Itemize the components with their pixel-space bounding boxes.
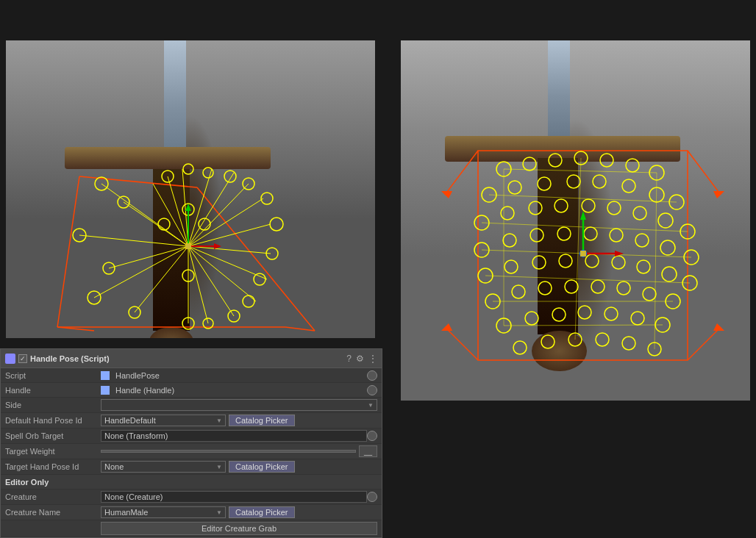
svg-point-98 [478,268,493,283]
svg-rect-56 [478,151,688,360]
side-row: Side ▼ [1,398,382,413]
svg-line-4 [197,187,315,331]
default-hand-pose-value: HandleDefault ▼ Catalog Picker [101,415,377,426]
svg-point-80 [474,215,489,230]
default-hand-pose-catalog-btn[interactable]: Catalog Picker [229,415,295,426]
script-row: Script HandlePose [1,368,382,383]
svg-point-42 [243,295,254,307]
menu-button[interactable]: ⋮ [368,354,377,364]
settings-button[interactable]: ⚙ [356,354,364,364]
script-target-picker[interactable] [367,370,377,381]
side-value[interactable]: ▼ [101,399,377,411]
svg-line-18 [188,184,249,246]
svg-line-19 [188,198,263,246]
svg-marker-63 [441,323,452,331]
svg-point-86 [633,207,646,220]
svg-marker-139 [580,211,586,220]
svg-point-122 [513,341,527,354]
svg-point-119 [605,307,618,320]
svg-line-25 [188,246,208,323]
creature-name-dropdown[interactable]: HumanMale ▼ [101,506,226,518]
creature-value: None (Creature) [101,491,367,503]
svg-point-31 [95,177,108,190]
svg-point-87 [658,213,673,228]
svg-point-84 [582,199,595,212]
right-scene-bg [401,40,750,401]
svg-point-120 [631,312,644,325]
target-hand-pose-arrow: ▼ [216,464,222,470]
target-weight-row: Target Weight __ [1,444,382,459]
svg-line-5 [285,327,315,331]
target-hand-pose-dropdown[interactable]: None ▼ [101,461,226,473]
sword-blade-right [548,40,570,151]
svg-point-76 [593,175,606,188]
creature-name-label: Creature Name [5,508,101,517]
enable-checkbox[interactable]: ✓ [18,354,27,363]
creature-name-catalog-btn[interactable]: Catalog Picker [229,506,295,518]
svg-point-99 [504,260,518,273]
svg-point-114 [666,294,680,309]
handle-value: Handle (Handle) [101,386,367,395]
default-hand-pose-row: Default Hand Pose Id HandleDefault ▼ Cat… [1,413,382,428]
sword-guard-left [65,147,271,169]
side-dropdown[interactable]: ▼ [101,399,377,411]
spell-orb-field-text: None (Transform) [104,431,168,440]
svg-point-89 [474,243,489,257]
default-hand-pose-dropdown-text: HandleDefault [104,416,156,425]
svg-point-97 [684,250,699,265]
sword-handle-left [153,169,190,331]
svg-line-134 [504,325,663,326]
svg-line-20 [188,224,271,246]
svg-point-107 [485,294,500,309]
component-icon [5,354,15,364]
default-hand-pose-arrow: ▼ [216,417,222,424]
svg-line-131 [482,250,691,257]
svg-point-118 [578,306,591,319]
script-value: HandlePose [101,371,367,380]
svg-line-128 [504,169,657,173]
creature-target-picker[interactable] [367,492,377,502]
svg-point-37 [243,178,254,190]
svg-point-88 [680,224,695,239]
svg-point-41 [254,273,265,285]
header-right-buttons: ? ⚙ ⋮ [346,354,377,364]
right-scene-viewport[interactable] [401,40,750,401]
creature-field: None (Creature) [101,491,367,503]
svg-line-129 [489,195,677,202]
grab-row: Editor Creature Grab [1,520,382,537]
help-button[interactable]: ? [346,354,352,364]
target-hand-pose-catalog-btn[interactable]: Catalog Picker [229,461,295,473]
svg-point-34 [103,262,115,274]
svg-point-111 [591,280,605,293]
svg-point-36 [129,306,140,318]
spell-orb-target-picker[interactable] [367,431,377,441]
handle-target-picker[interactable] [367,385,377,395]
svg-point-112 [617,281,630,295]
spell-orb-row: Spell Orb Target None (Transform) [1,428,382,444]
default-hand-pose-dropdown[interactable]: HandleDefault ▼ [101,415,226,426]
left-gizmo-overlay [6,40,375,338]
svg-line-24 [188,246,234,316]
svg-marker-141 [615,251,624,257]
svg-point-73 [508,181,521,194]
svg-line-58 [688,151,721,195]
grab-button[interactable]: Editor Creature Grab [101,522,377,535]
target-weight-bar[interactable] [101,450,356,453]
svg-point-33 [73,229,86,242]
svg-rect-143 [580,251,586,257]
component-title: Handle Pose (Script) [30,354,110,363]
inspector-panel: ✓ Handle Pose (Script) ? ⚙ ⋮ Script Hand… [0,348,382,538]
svg-line-16 [188,169,212,246]
target-weight-button[interactable]: __ [359,445,377,457]
svg-point-142 [580,250,587,257]
script-doc-icon [101,371,110,380]
handle-doc-icon [101,386,110,395]
svg-marker-64 [713,323,724,331]
svg-point-108 [512,285,525,298]
creature-row: Creature None (Creature) [1,489,382,505]
handle-label: Handle [5,386,101,395]
sword-handle-right [538,158,578,334]
left-scene-viewport[interactable] [6,40,375,338]
creature-name-value: HumanMale ▼ Catalog Picker [101,506,377,518]
svg-point-39 [270,218,283,231]
